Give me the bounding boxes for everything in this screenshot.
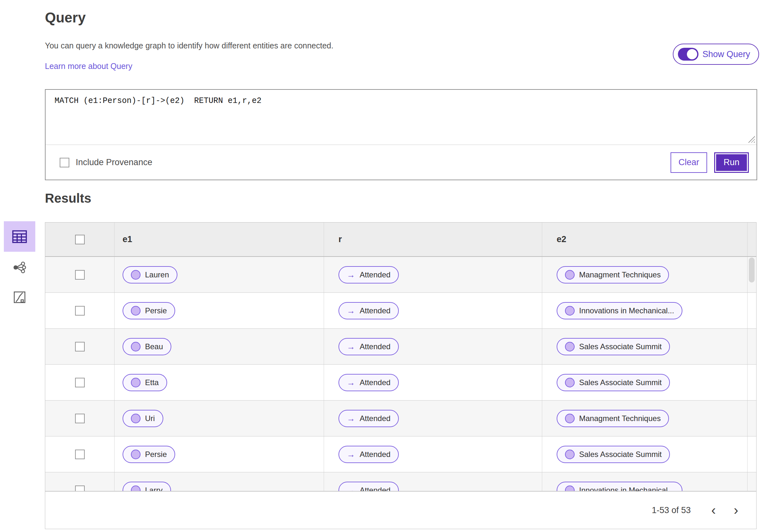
table-row: Persie →Attended Sales Associate Summit	[45, 436, 756, 472]
relation-pill[interactable]: →Attended	[338, 446, 399, 463]
table-row: Larry →Attended Innovations in Mechanica…	[45, 472, 756, 491]
relation-pill[interactable]: →Attended	[338, 338, 399, 355]
query-textarea[interactable]: MATCH (e1:Person)-[r]->(e2) RETURN e1,r,…	[46, 90, 757, 145]
previous-page-button[interactable]: ‹	[711, 503, 716, 517]
arrow-right-icon: →	[347, 271, 355, 279]
row-checkbox[interactable]	[75, 378, 85, 387]
arrow-right-icon: →	[347, 378, 355, 387]
vertical-scrollbar[interactable]	[749, 258, 755, 283]
entity-label: Managment Techniques	[579, 414, 661, 423]
view-chart-button[interactable]	[9, 288, 30, 307]
clear-button[interactable]: Clear	[671, 152, 707, 173]
entity-label: Sales Associate Summit	[579, 450, 662, 459]
entity-label: Sales Associate Summit	[579, 378, 662, 387]
query-panel-footer: Include Provenance Clear Run	[46, 145, 757, 180]
entity-pill[interactable]: Managment Techniques	[557, 266, 669, 283]
relation-pill[interactable]: →Attended	[338, 482, 399, 491]
relation-label: Attended	[359, 378, 391, 387]
graph-view-icon	[13, 262, 26, 273]
row-checkbox[interactable]	[75, 414, 85, 423]
entity-label: Innovations in Mechanical...	[579, 306, 674, 315]
show-query-toggle[interactable]: Show Query	[673, 44, 759, 65]
entity-node-icon	[565, 378, 575, 387]
row-checkbox[interactable]	[75, 486, 85, 491]
entity-node-icon	[565, 414, 575, 423]
entity-pill[interactable]: Managment Techniques	[557, 410, 669, 427]
results-title: Results	[45, 191, 91, 206]
relation-label: Attended	[359, 414, 391, 423]
table-row: Etta →Attended Sales Associate Summit	[45, 365, 756, 401]
entity-label: Lauren	[145, 270, 169, 279]
relation-label: Attended	[359, 486, 391, 491]
relation-label: Attended	[359, 306, 391, 315]
entity-label: Managment Techniques	[579, 270, 661, 279]
entity-node-icon	[131, 306, 140, 316]
entity-pill[interactable]: Innovations in Mechanical...	[557, 482, 682, 491]
query-page: Query Show Query You can query a knowled…	[0, 0, 770, 532]
toggle-knob	[687, 49, 697, 59]
include-provenance-option: Include Provenance	[60, 157, 152, 167]
relation-pill[interactable]: →Attended	[338, 266, 399, 283]
row-checkbox[interactable]	[75, 342, 85, 351]
results-table: e1 r e2 Lauren →Attended Managment Techn…	[45, 222, 757, 529]
entity-pill[interactable]: Sales Associate Summit	[557, 338, 670, 355]
view-graph-button[interactable]	[9, 258, 30, 277]
arrow-right-icon: →	[347, 342, 355, 351]
entity-pill[interactable]: Innovations in Mechanical...	[557, 302, 682, 319]
table-header-row: e1 r e2	[45, 223, 756, 257]
entity-node-icon	[131, 342, 140, 351]
entity-node-icon	[131, 486, 140, 491]
row-checkbox[interactable]	[75, 270, 85, 280]
run-button[interactable]: Run	[714, 152, 749, 173]
view-table-button[interactable]	[4, 221, 35, 252]
relation-pill[interactable]: →Attended	[338, 374, 399, 391]
column-header-e1: e1	[123, 234, 132, 244]
entity-pill[interactable]: Larry	[123, 482, 171, 491]
table-body: Lauren →Attended Managment Techniques Pe…	[45, 257, 756, 491]
relation-label: Attended	[359, 270, 391, 279]
entity-pill[interactable]: Persie	[123, 302, 175, 319]
column-header-r: r	[338, 234, 342, 244]
table-row: Persie →Attended Innovations in Mechanic…	[45, 293, 756, 329]
entity-node-icon	[131, 270, 140, 280]
entity-label: Larry	[145, 486, 163, 491]
entity-node-icon	[565, 342, 575, 351]
entity-label: Sales Associate Summit	[579, 342, 662, 351]
select-all-checkbox[interactable]	[75, 235, 85, 244]
column-header-e2: e2	[557, 234, 566, 244]
arrow-right-icon: →	[347, 486, 355, 491]
table-pagination: 1-53 of 53 ‹ ›	[45, 491, 756, 529]
page-description: You can query a knowledge graph to ident…	[45, 41, 333, 50]
entity-label: Persie	[145, 450, 167, 459]
relation-pill[interactable]: →Attended	[338, 302, 399, 319]
table-row: Uri →Attended Managment Techniques	[45, 401, 756, 436]
entity-pill[interactable]: Sales Associate Summit	[557, 446, 670, 463]
entity-label: Beau	[145, 342, 163, 351]
entity-pill[interactable]: Sales Associate Summit	[557, 374, 670, 391]
entity-pill[interactable]: Lauren	[123, 266, 177, 283]
include-provenance-checkbox[interactable]	[60, 158, 69, 167]
relation-pill[interactable]: →Attended	[338, 410, 399, 427]
show-query-label: Show Query	[702, 49, 750, 59]
page-title: Query	[45, 10, 86, 26]
learn-more-link[interactable]: Learn more about Query	[45, 62, 132, 71]
arrow-right-icon: →	[347, 307, 355, 315]
entity-pill[interactable]: Persie	[123, 446, 175, 463]
row-checkbox[interactable]	[75, 306, 85, 316]
entity-node-icon	[131, 378, 140, 387]
arrow-right-icon: →	[347, 450, 355, 459]
table-view-icon	[12, 230, 27, 243]
entity-pill[interactable]: Etta	[123, 374, 167, 391]
resize-handle-icon[interactable]	[748, 136, 755, 143]
relation-label: Attended	[359, 450, 391, 459]
entity-pill[interactable]: Beau	[123, 338, 171, 355]
table-row: Beau →Attended Sales Associate Summit	[45, 329, 756, 365]
next-page-button[interactable]: ›	[734, 503, 738, 517]
pagination-range: 1-53 of 53	[652, 505, 691, 515]
entity-pill[interactable]: Uri	[123, 410, 163, 427]
entity-node-icon	[565, 450, 575, 459]
entity-label: Etta	[145, 378, 159, 387]
entity-label: Persie	[145, 306, 167, 315]
row-checkbox[interactable]	[75, 450, 85, 459]
toggle-switch-icon	[678, 48, 698, 61]
